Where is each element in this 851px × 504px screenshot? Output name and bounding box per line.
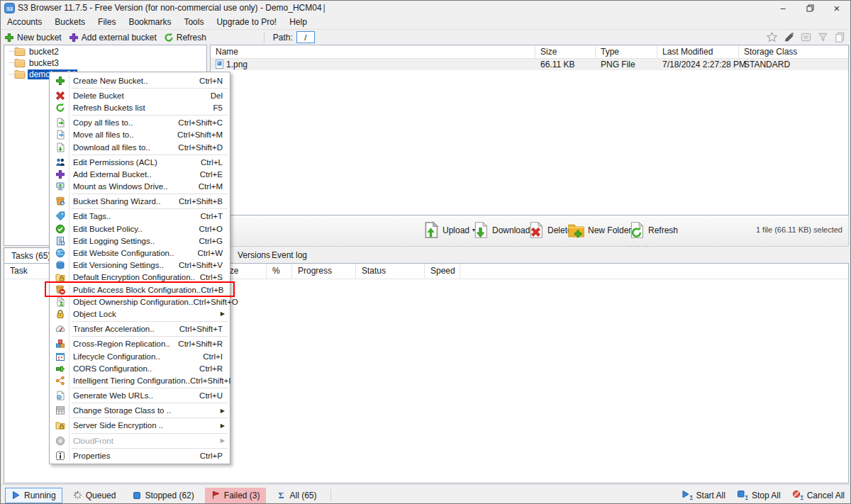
menu-bookmarks[interactable]: Bookmarks [122, 16, 177, 28]
menu-item-label: Edit Bucket Policy.. [73, 225, 143, 233]
menu-tools[interactable]: Tools [177, 16, 210, 28]
action-label: Stop All [752, 491, 781, 500]
add-external-bucket-button[interactable]: Add external bucket [65, 32, 160, 43]
menu-item-shortcut: Ctrl+Shift+T [179, 325, 223, 333]
button-label: Refresh [648, 225, 678, 235]
menu-item-edit-logging-settings[interactable]: Edit Logging Settings..Ctrl+G [50, 235, 229, 247]
menu-item-shortcut: Ctrl+Shift+C [178, 118, 223, 127]
copy-icon[interactable] [834, 31, 846, 43]
filter-failed[interactable]: Failed (3) [205, 488, 267, 503]
bucket-tree-item[interactable]: bucket2 [14, 46, 206, 57]
filter-all[interactable]: ΣAll (65) [270, 488, 323, 503]
menu-item-download-all-files-to[interactable]: Download all files to..Ctrl+Shift+D [50, 141, 229, 153]
minimize-button[interactable]: – [769, 1, 796, 15]
plus-purple-icon [55, 169, 65, 179]
folder-icon [14, 47, 26, 56]
files-panel[interactable]: NameSizeTypeLast ModifiedStorage Class 1… [210, 45, 849, 215]
menu-accounts[interactable]: Accounts [1, 16, 48, 28]
menu-upgrade-to-pro[interactable]: Upgrade to Pro! [210, 16, 283, 28]
close-button[interactable]: × [823, 1, 850, 15]
menu-item-server-side-encryption[interactable]: Server Side Encryption ..▶ [50, 420, 229, 432]
menu-item-shortcut: Ctrl+Shift+M [177, 130, 223, 139]
menu-item-bucket-sharing-wizard[interactable]: Bucket Sharing Wizard..Ctrl+Shift+B [50, 196, 229, 208]
menu-item-default-encryption-configuration[interactable]: Default Encryption Configuration..Ctrl+S [50, 271, 229, 284]
menu-item-edit-website-configuration[interactable]: Edit Website Configuration..Ctrl+W [50, 247, 229, 259]
refresh-buckets-button[interactable]: Refresh [160, 32, 210, 43]
menu-item-add-external-bucket[interactable]: Add External Bucket..Ctrl+E [50, 168, 229, 180]
menu-item-generate-web-urls[interactable]: Generate Web URLs..Ctrl+U [50, 390, 229, 402]
start-all-button[interactable]: ΣStart All [682, 490, 725, 500]
status-filters: RunningQueuedStopped (62)Failed (3)ΣAll … [1, 488, 323, 503]
files-column-header[interactable]: Storage Class [739, 45, 850, 58]
menu-files[interactable]: Files [91, 16, 122, 28]
menu-item-shortcut: Ctrl+L [201, 158, 223, 167]
panel-icon[interactable] [800, 31, 812, 43]
menu-item-edit-versioning-settings[interactable]: Edit Versioning Settings..Ctrl+Shift+V [50, 259, 229, 271]
menu-item-refresh-buckets-list[interactable]: Refresh Buckets listF5 [50, 101, 229, 113]
folder-lock-icon [55, 420, 65, 430]
pencil-icon[interactable] [783, 31, 795, 43]
upload-button[interactable]: Upload▾ [422, 221, 475, 239]
menu-item-label: Edit Permissions (ACL) [73, 158, 157, 167]
menu-item-copy-all-files-to[interactable]: Copy all files to..Ctrl+Shift+C [50, 117, 229, 129]
files-column-header[interactable]: Last Modified [657, 45, 739, 58]
new-folder-button[interactable]: New Folder [567, 221, 631, 239]
refresh-button[interactable]: Refresh [628, 221, 678, 239]
menu-item-object-lock[interactable]: Object Lock▶ [50, 308, 229, 320]
menu-item-cors-configuration[interactable]: CORS Configuration..Ctrl+R [50, 362, 229, 374]
menu-item-transfer-acceleration[interactable]: Transfer Acceleration..Ctrl+Shift+T [50, 323, 229, 335]
log-settings-icon [55, 236, 65, 246]
menu-item-mount-as-windows-drive[interactable]: Mount as Windows Drive..Ctrl+M [50, 181, 229, 193]
menu-item-intelligent-tiering-configuration[interactable]: Intelligent Tiering Configuration..Ctrl+… [50, 374, 229, 386]
menu-item-lifecycle-configuration[interactable]: Lifecycle Configuration..Ctrl+I [50, 350, 229, 362]
menu-item-edit-tags[interactable]: Edit Tags..Ctrl+T [50, 211, 229, 223]
refresh-label: Refresh [177, 33, 206, 43]
tag-icon [55, 211, 65, 221]
tasks-column-header[interactable]: % [267, 264, 292, 279]
download-button[interactable]: Download [472, 221, 530, 239]
menu-item-move-all-files-to[interactable]: Move all files to..Ctrl+Shift+M [50, 129, 229, 141]
tasks-column-header[interactable]: Status [356, 264, 425, 279]
menu-item-change-storage-class-to[interactable]: Change Storage Class to ..▶ [50, 405, 229, 417]
menu-item-edit-permissions-acl[interactable]: Edit Permissions (ACL)Ctrl+L [50, 156, 229, 168]
menu-buckets[interactable]: Buckets [48, 16, 91, 28]
files-column-header[interactable]: Type [596, 45, 657, 58]
menu-help[interactable]: Help [283, 16, 313, 28]
menu-item-create-new-bucket[interactable]: Create New Bucket..Ctrl+N [50, 74, 229, 86]
selection-status: 1 file (66.11 KB) selected [756, 225, 842, 234]
star-icon[interactable] [766, 31, 778, 43]
filter-icon[interactable] [817, 31, 829, 43]
menu-item-label: Intelligent Tiering Configuration.. [73, 376, 190, 385]
start-all-icon: Σ [682, 490, 693, 500]
filter-running[interactable]: Running [5, 488, 62, 503]
menu-item-edit-bucket-policy[interactable]: Edit Bucket Policy..Ctrl+O [50, 223, 229, 235]
cloudfront-icon [55, 436, 65, 446]
download-icon [472, 221, 489, 239]
filter-label: Stopped (62) [145, 491, 194, 500]
files-column-header[interactable]: Size [535, 45, 596, 58]
tab-event-log[interactable]: Event log [266, 247, 313, 263]
path-input[interactable] [296, 31, 315, 43]
files-column-header[interactable]: Name [211, 45, 535, 58]
doc-globe-icon [55, 391, 65, 401]
menu-item-label: Download all files to.. [73, 143, 150, 152]
menu-item-properties[interactable]: PropertiesCtrl+P [50, 449, 229, 461]
filter-stopped[interactable]: Stopped (62) [126, 488, 200, 503]
menu-item-delete-bucket[interactable]: Delete BucketDel [50, 89, 229, 101]
tasks-column-header[interactable]: Progress [292, 264, 356, 279]
menu-item-cross-region-replication[interactable]: Cross-Region Replication..Ctrl+Shift+R [50, 338, 229, 350]
menu-item-shortcut: Ctrl+N [199, 77, 223, 85]
file-row[interactable]: 1.png66.11 KBPNG File7/18/2024 2:27:28 P… [211, 59, 848, 70]
menu-item-object-ownership-configuration[interactable]: Object Ownership Configuration..Ctrl+Shi… [50, 296, 229, 308]
cancel-all-button[interactable]: ΣCancel All [792, 490, 845, 500]
files-toolbar: 1 file (66.11 KB) selected . . . Upload▾… [210, 215, 849, 247]
stop-all-button[interactable]: ΣStop All [737, 490, 781, 500]
new-bucket-button[interactable]: New bucket [1, 32, 65, 43]
tasks-column-header[interactable]: Speed [425, 264, 460, 279]
bucket-tree-item[interactable]: bucket3 [14, 57, 206, 68]
filter-queued[interactable]: Queued [67, 488, 123, 503]
maximize-button[interactable] [796, 1, 823, 15]
menu-item-label: Default Encryption Configuration.. [73, 273, 195, 281]
menu-item-public-access-block-configuration[interactable]: Public Access Block Configuration..Ctrl+… [50, 284, 229, 296]
delete-button[interactable]: Delete [527, 221, 572, 239]
